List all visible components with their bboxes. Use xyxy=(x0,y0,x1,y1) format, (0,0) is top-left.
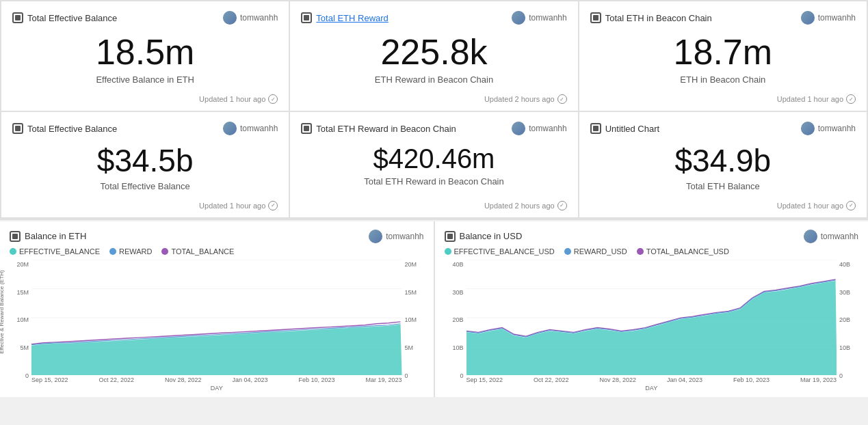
chart-header: Balance in ETH tomwanhh xyxy=(10,230,424,243)
card-value: $34.5b xyxy=(12,143,278,178)
y-tick: 10M xyxy=(16,316,29,323)
y-tick: 10B xyxy=(452,344,463,351)
card-subtitle: ETH in Beacon Chain xyxy=(590,74,856,85)
avatar xyxy=(512,122,525,135)
card-title-left: Untitled Chart xyxy=(590,123,659,134)
card-header: Total Effective Balance tomwanhh xyxy=(12,122,278,135)
card-title: Total Effective Balance xyxy=(27,13,117,23)
y-tick: 40B xyxy=(839,261,850,268)
card-subtitle: Total ETH Balance xyxy=(590,181,856,191)
x-tick: Oct 22, 2022 xyxy=(534,376,569,383)
y-axis-right-usd: 40B 30B 20B 10B 0 xyxy=(837,260,858,392)
x-axis-usd: Sep 15, 2022 Oct 22, 2022 Nov 28, 2022 J… xyxy=(466,375,837,385)
updated-text: Updated 2 hours ago xyxy=(484,202,555,210)
x-tick: Nov 28, 2022 xyxy=(165,376,202,383)
card-header: Total ETH Reward in Beacon Chain tomwanh… xyxy=(301,122,566,135)
legend-dot xyxy=(161,248,168,255)
card-header: Total ETH in Beacon Chain tomwanhh xyxy=(590,11,856,25)
legend-label: REWARD xyxy=(119,247,152,256)
x-tick: Sep 15, 2022 xyxy=(466,376,503,383)
avatar xyxy=(801,11,815,25)
card-title-left: Total ETH in Beacon Chain xyxy=(590,12,712,23)
username: tomwanhh xyxy=(818,124,856,133)
card-user: tomwanhh xyxy=(369,230,423,243)
card-total-effective-balance-usd: Total Effective Balance tomwanhh $34.5b … xyxy=(1,112,289,217)
card-value: $34.9b xyxy=(590,143,856,178)
legend-label: TOTAL_BALANCE xyxy=(171,247,234,256)
legend-dot xyxy=(445,248,451,255)
card-icon xyxy=(301,123,312,134)
card-icon xyxy=(301,12,312,23)
y-axis-left: 20M 15M 10M 5M 0 xyxy=(10,260,31,392)
y-tick: 0 xyxy=(460,372,463,379)
card-icon xyxy=(445,231,456,242)
x-tick: Feb 10, 2023 xyxy=(733,376,770,383)
card-header: Total Effective Balance tomwanhh xyxy=(12,11,278,25)
y-tick: 10B xyxy=(839,344,850,351)
updated-text: Updated 1 hour ago xyxy=(199,202,265,210)
username: tomwanhh xyxy=(240,13,278,23)
updated-text: Updated 1 hour ago xyxy=(777,202,843,210)
legend-item-total-balance-usd: TOTAL_BALANCE_USD xyxy=(637,247,729,256)
username: tomwanhh xyxy=(386,232,423,241)
y-tick: 20M xyxy=(16,261,29,268)
legend-dot xyxy=(637,248,644,255)
check-icon: ✓ xyxy=(268,94,278,104)
y-tick: 15M xyxy=(405,289,417,296)
x-tick: Mar 19, 2023 xyxy=(800,376,837,383)
card-title-left: Total ETH Reward in Beacon Chain xyxy=(301,123,456,134)
card-footer: Updated 1 hour ago ✓ xyxy=(590,90,856,104)
legend-label: EFFECTIVE_BALANCE xyxy=(19,247,100,256)
chart-header: Balance in USD tomwanhh xyxy=(445,230,859,243)
x-tick: Jan 04, 2023 xyxy=(232,376,267,383)
card-user: tomwanhh xyxy=(512,11,566,25)
legend-item-effective-balance: EFFECTIVE_BALANCE xyxy=(10,247,100,256)
chart-svg-usd xyxy=(466,260,837,375)
card-subtitle: Effective Balance in ETH xyxy=(12,74,278,85)
y-tick: 40B xyxy=(452,261,463,268)
card-title: Total ETH in Beacon Chain xyxy=(605,13,712,23)
chart-legend: EFFECTIVE_BALANCE_USD REWARD_USD TOTAL_B… xyxy=(445,247,859,256)
x-tick: Nov 28, 2022 xyxy=(599,376,636,383)
card-total-eth-reward: Total ETH Reward tomwanhh 225.8k ETH Rew… xyxy=(290,1,577,111)
legend-label: EFFECTIVE_BALANCE_USD xyxy=(454,247,555,256)
check-icon: ✓ xyxy=(268,201,278,210)
card-title[interactable]: Total ETH Reward xyxy=(316,13,388,23)
card-footer: Updated 2 hours ago ✓ xyxy=(301,197,566,210)
card-untitled-chart: Untitled Chart tomwanhh $34.9b Total ETH… xyxy=(579,112,867,217)
card-icon xyxy=(12,12,23,23)
card-value: $420.46m xyxy=(301,143,566,174)
y-tick: 10M xyxy=(405,316,417,323)
avatar xyxy=(804,230,817,243)
y-tick: 5M xyxy=(20,344,29,351)
card-user: tomwanhh xyxy=(801,11,856,25)
y-axis-left-usd: 40B 30B 20B 10B 0 xyxy=(445,260,466,392)
card-title: Total ETH Reward in Beacon Chain xyxy=(316,124,456,134)
card-user: tomwanhh xyxy=(223,11,278,25)
card-user: tomwanhh xyxy=(804,230,858,243)
avatar xyxy=(223,11,237,25)
card-icon xyxy=(590,12,601,23)
username: tomwanhh xyxy=(240,124,278,133)
card-title: Total Effective Balance xyxy=(27,124,117,134)
y-tick: 20B xyxy=(452,316,463,323)
x-tick: Feb 10, 2023 xyxy=(298,376,334,383)
card-user: tomwanhh xyxy=(801,122,856,135)
card-footer: Updated 2 hours ago ✓ xyxy=(301,90,566,104)
legend-item-reward: REWARD xyxy=(109,247,152,256)
x-tick: Oct 22, 2022 xyxy=(99,376,135,383)
avatar xyxy=(369,230,382,243)
check-icon: ✓ xyxy=(846,201,856,210)
x-axis-label: DAY xyxy=(31,385,402,392)
x-axis-label-usd: DAY xyxy=(466,385,837,392)
legend-dot xyxy=(10,248,16,255)
legend-item-total-balance: TOTAL_BALANCE xyxy=(161,247,234,256)
card-user: tomwanhh xyxy=(223,122,278,135)
y-tick: 30B xyxy=(452,289,463,296)
card-total-effective-balance-eth: Total Effective Balance tomwanhh 18.5m E… xyxy=(1,1,289,111)
chart-legend: EFFECTIVE_BALANCE REWARD TOTAL_BALANCE xyxy=(10,247,424,256)
legend-item-reward-usd: REWARD_USD xyxy=(564,247,627,256)
username: tomwanhh xyxy=(529,124,566,133)
card-title-left: Total Effective Balance xyxy=(12,12,117,23)
card-icon xyxy=(12,123,23,134)
